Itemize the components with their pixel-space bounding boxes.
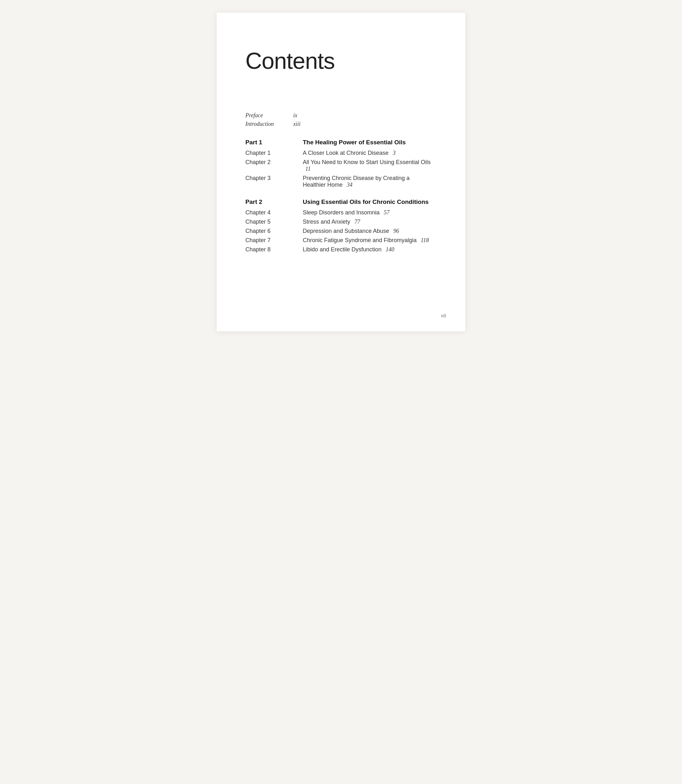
chapter-8-title: Libido and Erectile Dysfunction 140: [303, 246, 437, 253]
chapter-4-page: 57: [384, 209, 389, 216]
front-matter-section: Preface ix Introduction xiii: [245, 112, 437, 127]
part-1-row: Part 1 The Healing Power of Essential Oi…: [245, 139, 437, 146]
chapter-3-line2: Healthier Home 34: [303, 181, 437, 188]
chapter-1-page: 3: [393, 150, 395, 156]
part-1-title: The Healing Power of Essential Oils: [303, 139, 406, 146]
chapter-2-title: All You Need to Know to Start Using Esse…: [303, 159, 437, 172]
chapter-4-label: Chapter 4: [245, 209, 303, 216]
chapter-2-page: 11: [305, 165, 311, 172]
introduction-label: Introduction: [245, 121, 284, 127]
chapter-1-title: A Closer Look at Chronic Disease 3: [303, 150, 437, 156]
chapter-2-label: Chapter 2: [245, 159, 303, 165]
chapter-3-content: Preventing Chronic Disease by Creating a…: [303, 175, 437, 188]
chapter-7-row: Chapter 7 Chronic Fatigue Syndrome and F…: [245, 237, 437, 244]
chapter-4-row: Chapter 4 Sleep Disorders and Insomnia 5…: [245, 209, 437, 216]
contents-title: Contents: [245, 48, 437, 74]
chapter-7-label: Chapter 7: [245, 237, 303, 244]
chapter-8-page: 140: [386, 246, 394, 253]
part-2-row: Part 2 Using Essential Oils for Chronic …: [245, 199, 437, 205]
chapter-4-title: Sleep Disorders and Insomnia 57: [303, 209, 437, 216]
page-number: vii: [441, 313, 446, 318]
part-2-section: Part 2 Using Essential Oils for Chronic …: [245, 199, 437, 253]
chapter-6-page: 96: [393, 228, 399, 234]
chapter-3-line1: Preventing Chronic Disease by Creating a: [303, 175, 437, 181]
preface-page: ix: [293, 112, 297, 119]
chapter-7-page: 118: [421, 237, 429, 243]
chapter-3-row: Chapter 3 Preventing Chronic Disease by …: [245, 175, 437, 188]
preface-row: Preface ix: [245, 112, 437, 119]
part-1-section: Part 1 The Healing Power of Essential Oi…: [245, 139, 437, 188]
part-1-label: Part 1: [245, 139, 303, 146]
book-page: Contents Preface ix Introduction xiii Pa…: [217, 13, 465, 331]
chapter-5-row: Chapter 5 Stress and Anxiety 77: [245, 219, 437, 225]
preface-label: Preface: [245, 112, 284, 119]
chapter-6-label: Chapter 6: [245, 228, 303, 234]
chapter-5-title: Stress and Anxiety 77: [303, 219, 437, 225]
part-2-title: Using Essential Oils for Chronic Conditi…: [303, 199, 429, 205]
chapter-5-page: 77: [354, 219, 360, 225]
chapter-1-row: Chapter 1 A Closer Look at Chronic Disea…: [245, 150, 437, 156]
chapter-3-label: Chapter 3: [245, 175, 303, 181]
chapter-8-label: Chapter 8: [245, 246, 303, 253]
chapter-1-label: Chapter 1: [245, 150, 303, 156]
part-2-label: Part 2: [245, 199, 303, 205]
chapter-5-label: Chapter 5: [245, 219, 303, 225]
chapter-6-row: Chapter 6 Depression and Substance Abuse…: [245, 228, 437, 234]
chapter-6-title: Depression and Substance Abuse 96: [303, 228, 437, 234]
introduction-page: xiii: [293, 121, 301, 127]
chapter-7-title: Chronic Fatigue Syndrome and Fibromyalgi…: [303, 237, 437, 244]
chapter-8-row: Chapter 8 Libido and Erectile Dysfunctio…: [245, 246, 437, 253]
chapter-2-row: Chapter 2 All You Need to Know to Start …: [245, 159, 437, 172]
chapter-3-page: 34: [347, 181, 352, 188]
introduction-row: Introduction xiii: [245, 121, 437, 127]
